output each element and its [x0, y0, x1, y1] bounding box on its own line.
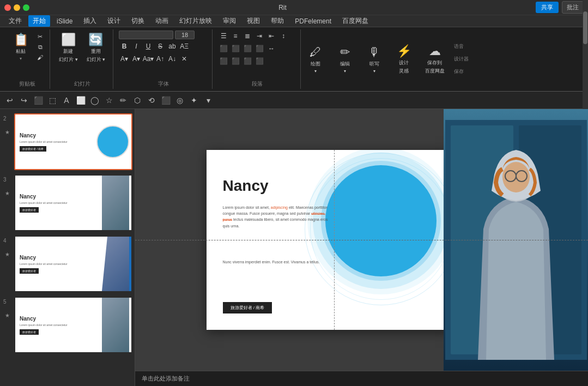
designer-button[interactable]: ⚡ 设计 灵感: [390, 42, 417, 77]
tb-rotate-button[interactable]: ⟲: [146, 95, 157, 106]
tb-target-button[interactable]: ◎: [174, 95, 185, 106]
menu-baidu[interactable]: 百度网盘: [338, 15, 373, 27]
increase-font-button[interactable]: A↑: [155, 53, 166, 64]
tb-star-button[interactable]: ☆: [104, 95, 114, 106]
draw-button[interactable]: 🖊 绘图 ▾: [302, 43, 329, 76]
col-spacing-button[interactable]: ↕: [278, 31, 289, 41]
bold-button[interactable]: B: [119, 41, 130, 52]
edit-button[interactable]: ✏ 编辑 ▾: [331, 43, 359, 76]
strikethrough-button[interactable]: S: [155, 41, 166, 52]
close-button[interactable]: [4, 4, 11, 11]
numbered-list-button[interactable]: ≡: [230, 31, 241, 41]
tb-circle-button[interactable]: ◯: [89, 95, 100, 106]
clear-format-button[interactable]: ✕: [179, 53, 190, 64]
tb-more-button[interactable]: ▾: [203, 95, 214, 106]
thumb-inner-5: Nancy Lorem ipsum dolor sit amet consect…: [15, 298, 131, 352]
multi-level-list-button[interactable]: ≣: [242, 31, 253, 41]
slide-body-text: Lorem ipsum dolor sit amet, adipiscing e…: [223, 204, 332, 229]
tb-polygon-button[interactable]: ⬡: [132, 95, 143, 106]
redo-button[interactable]: ↪: [19, 95, 29, 106]
justify-button[interactable]: ⬛: [254, 43, 265, 54]
char-spacing-button[interactable]: AΞ: [179, 41, 190, 52]
menu-home[interactable]: 开始: [28, 15, 50, 27]
menu-file[interactable]: 文件: [4, 15, 26, 27]
align-top-button[interactable]: ⬛: [218, 56, 229, 67]
toolbar2: ↩ ↪ ⬛ ⬚ A ⬜ ◯ ☆ ✏ ⬡ ⟲ ⬛ ◎ ✦ ▾: [0, 92, 588, 109]
body-text-highlight: adipiscing: [271, 206, 288, 209]
slide-meta-3: 3 ★: [2, 174, 12, 196]
smart-art-button[interactable]: ⬛: [254, 56, 265, 67]
outdent-button[interactable]: ⇤: [266, 31, 277, 41]
align-middle-button[interactable]: ⬛: [230, 56, 241, 67]
font-size-up-button[interactable]: Aa▾: [143, 53, 154, 64]
tb-sparkle-button[interactable]: ✦: [189, 95, 199, 106]
font-color-button[interactable]: A▾: [131, 53, 142, 64]
thumb-cta-2: 旅游爱好者 / 南希: [20, 146, 46, 152]
align-right-button[interactable]: ⬛: [242, 43, 253, 54]
comment-button[interactable]: 批注: [562, 1, 584, 14]
minimize-button[interactable]: [14, 4, 20, 11]
menu-slideshow[interactable]: 幻灯片放映: [175, 15, 216, 27]
slide-thumb-5[interactable]: Nancy Lorem ipsum dolor sit amet consect…: [14, 297, 132, 353]
text-dir-button[interactable]: ↔: [266, 43, 277, 54]
indent-button[interactable]: ⇥: [254, 31, 265, 41]
menu-islide[interactable]: iSlide: [52, 16, 77, 26]
align-bottom-button[interactable]: ⬛: [242, 56, 253, 67]
menu-pdf[interactable]: PDFelement: [290, 16, 336, 26]
menu-animation[interactable]: 动画: [151, 15, 173, 27]
align-center-button[interactable]: ⬛: [230, 43, 241, 54]
copy-button[interactable]: ⧉: [35, 43, 45, 52]
tb-shapes-button[interactable]: ⬜: [75, 95, 86, 106]
list-buttons-row: ☰ ≡ ≣ ⇥ ⇤ ↕: [218, 31, 296, 41]
menu-review[interactable]: 审阅: [219, 15, 240, 27]
share-button[interactable]: 共享: [536, 2, 559, 13]
align-left-button[interactable]: ⬛: [218, 43, 229, 54]
main-slide[interactable]: Nancy Lorem ipsum dolor sit amet, adipis…: [207, 150, 452, 330]
draw-label: 绘图: [311, 61, 320, 68]
highlight-color-button[interactable]: A▾: [119, 53, 130, 64]
reuse-slide-button[interactable]: 🔄 重用 幻灯片 ▾: [83, 31, 109, 65]
paragraph-label: 段落: [252, 79, 263, 88]
slide-thumb-3[interactable]: Nancy Lorem ipsum dolor sit amet consect…: [14, 174, 132, 231]
menu-transition[interactable]: 切换: [127, 15, 149, 27]
format-painter-button[interactable]: 🖌: [35, 53, 45, 62]
menu-design[interactable]: 设计: [103, 15, 125, 27]
tb-fill-button[interactable]: ⬛: [160, 95, 171, 106]
window-controls: [4, 4, 29, 11]
groups-labels: 语音 设计器 保存: [454, 43, 469, 75]
tb-text-button[interactable]: A: [61, 95, 72, 106]
title-bar: Rit 共享 批注: [0, 0, 588, 15]
menu-insert[interactable]: 插入: [79, 15, 101, 27]
menu-view[interactable]: 视图: [243, 15, 264, 27]
slide-meta-4: 4 ★: [2, 236, 12, 257]
paste-icon: 📋: [14, 33, 28, 47]
italic-button[interactable]: I: [131, 41, 142, 52]
undo-button[interactable]: ↩: [4, 95, 15, 106]
menu-help[interactable]: 帮助: [266, 15, 288, 27]
dictate-button[interactable]: 🎙 听写 ▾: [361, 43, 388, 76]
slide-number-5: 5: [3, 297, 11, 305]
tb-select-button[interactable]: ⬛: [33, 95, 44, 106]
slide-buttons: ⬜ 新建 幻灯片 ▾ 🔄 重用 幻灯片 ▾: [56, 31, 108, 65]
save-cloud-button[interactable]: ☁ 保存到 百度网盘: [420, 42, 450, 77]
maximize-button[interactable]: [23, 4, 29, 11]
underline-button[interactable]: U: [143, 41, 154, 52]
slide-thumb-2[interactable]: Nancy Lorem ipsum dolor sit amet consect…: [14, 113, 132, 170]
slide-thumb-4[interactable]: Nancy Lorem ipsum dolor sit amet consect…: [14, 236, 132, 292]
slide-meta-5: 5 ★: [2, 297, 12, 318]
edit-label: 编辑: [340, 61, 350, 68]
clipboard-label: 剪贴板: [19, 79, 35, 88]
new-slide-button[interactable]: ⬜ 新建 幻灯片 ▾: [56, 31, 81, 65]
copy-icon: ⧉: [38, 44, 43, 51]
bullet-list-button[interactable]: ☰: [218, 31, 229, 41]
paste-button[interactable]: 📋 粘贴 ▾: [9, 31, 33, 63]
font-name-input[interactable]: [119, 31, 173, 39]
cut-button[interactable]: ✂: [35, 32, 45, 41]
font-size-input[interactable]: [175, 31, 195, 39]
slide-cta-button[interactable]: 旅游爱好者 / 南希: [223, 302, 272, 313]
decrease-font-button[interactable]: A↓: [167, 53, 178, 64]
text-shadow-button[interactable]: ab: [167, 41, 178, 52]
note-prompt[interactable]: 单击此处添加备注: [142, 375, 190, 383]
tb-pencil-button[interactable]: ✏: [118, 95, 129, 106]
tb-layout-button[interactable]: ⬚: [47, 95, 58, 106]
